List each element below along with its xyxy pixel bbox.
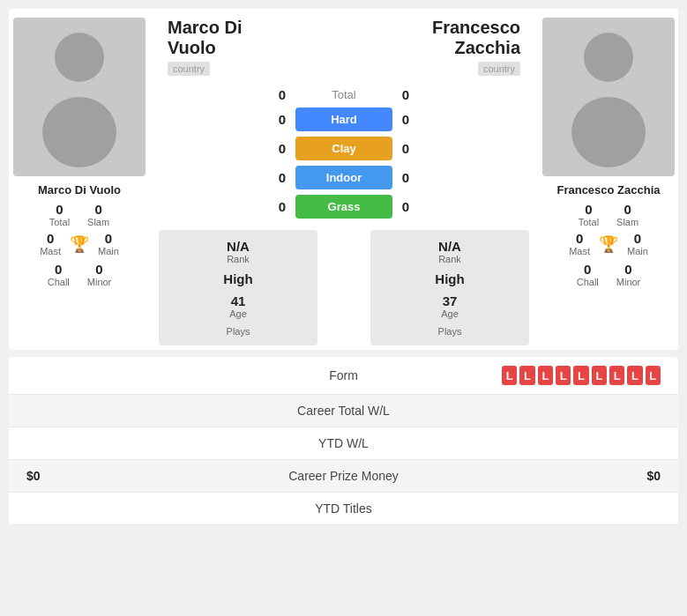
left-indoor-score: 0 <box>269 170 295 185</box>
left-mast-stat: 0 Mast <box>40 231 61 256</box>
form-badges-container: LLLLLLLLL <box>502 366 661 385</box>
right-stats-row3: 0 Chall 0 Minor <box>577 262 641 287</box>
career-prize-label: Career Prize Money <box>185 469 502 483</box>
right-header: FrancescoZacchia country <box>344 18 520 76</box>
left-trophy-row: 0 Mast 🏆 0 Main <box>40 231 119 256</box>
left-minor-value: 0 <box>95 262 102 277</box>
form-badge: L <box>519 366 534 385</box>
left-rank-value: N/A <box>227 239 250 254</box>
left-info-panel: N/A Rank High 41 Age Plays <box>159 230 317 345</box>
player-header-area: Marco DiVuolo country FrancescoZacchia c… <box>150 9 538 80</box>
left-header: Marco DiVuolo country <box>168 18 344 76</box>
left-main-label: Main <box>98 246 119 256</box>
left-age-value: 41 <box>231 293 246 308</box>
right-age-value: 37 <box>443 293 458 308</box>
right-main-value: 0 <box>634 231 641 246</box>
form-badge: L <box>502 366 517 385</box>
right-minor-value: 0 <box>624 262 631 277</box>
comparison-section: Marco Di Vuolo 0 Total 0 Slam 0 Mast 🏆 <box>9 9 678 350</box>
form-badge: L <box>592 366 607 385</box>
right-hard-score: 0 <box>392 112 419 127</box>
left-high-value: High <box>223 271 252 286</box>
career-prize-row: $0 Career Prize Money $0 <box>9 460 678 493</box>
left-minor-stat: 0 Minor <box>87 262 112 287</box>
form-row: Form LLLLLLLLL <box>9 357 678 395</box>
right-indoor-score: 0 <box>392 170 419 185</box>
form-badge: L <box>573 366 588 385</box>
right-mast-label: Mast <box>569 246 590 256</box>
ytd-wl-label: YTD W/L <box>185 436 502 450</box>
right-trophy-icon: 🏆 <box>599 234 618 254</box>
clay-button[interactable]: Clay <box>295 137 392 160</box>
right-trophy-row: 0 Mast 🏆 0 Main <box>569 231 648 256</box>
form-badge: L <box>627 366 642 385</box>
left-stats-row3: 0 Chall 0 Minor <box>48 262 112 287</box>
right-player-avatar <box>542 18 675 176</box>
left-player-avatar <box>13 18 146 176</box>
form-label: Form <box>185 368 502 382</box>
right-age-label: Age <box>441 308 459 319</box>
right-minor-label: Minor <box>616 277 641 287</box>
right-clay-score: 0 <box>392 141 419 156</box>
left-mast-label: Mast <box>40 246 61 256</box>
right-info-panel: N/A Rank High 37 Age Plays <box>370 230 529 345</box>
left-trophy-icon: 🏆 <box>70 234 89 254</box>
right-country: country <box>478 62 520 76</box>
total-surface-row: 0 Total 0 <box>150 87 538 102</box>
right-rank-item: N/A Rank <box>384 239 516 264</box>
left-slam-label: Slam <box>87 217 109 227</box>
left-chall-value: 0 <box>55 262 62 277</box>
right-total-stat: 0 Total <box>579 202 599 227</box>
form-badge: L <box>538 366 553 385</box>
left-player-card: Marco Di Vuolo 0 Total 0 Slam 0 Mast 🏆 <box>9 9 150 350</box>
total-label: Total <box>295 88 392 101</box>
indoor-button[interactable]: Indoor <box>295 166 392 189</box>
left-hard-score: 0 <box>269 112 295 127</box>
left-slam-stat: 0 Slam <box>87 202 109 227</box>
left-chall-label: Chall <box>48 277 70 287</box>
clay-surface-row: 0 Clay 0 <box>150 137 538 160</box>
right-main-label: Main <box>627 246 648 256</box>
right-slam-label: Slam <box>616 217 638 227</box>
right-slam-stat: 0 Slam <box>616 202 638 227</box>
career-prize-right: $0 <box>502 469 661 483</box>
career-wl-label: Career Total W/L <box>185 404 502 418</box>
ytd-titles-row: YTD Titles <box>9 493 678 525</box>
left-chall-stat: 0 Chall <box>48 262 70 287</box>
bottom-stats-section: Form LLLLLLLLL Career Total W/L YTD W/L … <box>9 357 678 525</box>
form-badge: L <box>646 366 661 385</box>
left-rank-label: Rank <box>227 254 250 264</box>
left-country: country <box>168 62 210 76</box>
left-high-item: High <box>172 271 304 286</box>
right-mast-stat: 0 Mast <box>569 231 590 256</box>
left-player-name: Marco Di Vuolo <box>38 183 121 197</box>
left-total-label: Total <box>49 217 70 227</box>
left-main-value: 0 <box>105 231 112 246</box>
hard-button[interactable]: Hard <box>295 108 392 131</box>
right-player-card: Francesco Zacchia 0 Total 0 Slam 0 Mast … <box>538 9 678 350</box>
ytd-titles-label: YTD Titles <box>185 501 502 516</box>
right-chall-stat: 0 Chall <box>577 262 599 287</box>
main-container: Marco Di Vuolo 0 Total 0 Slam 0 Mast 🏆 <box>0 0 687 534</box>
grass-button[interactable]: Grass <box>295 195 392 219</box>
surfaces-area: 0 Total 0 0 Hard 0 0 Clay 0 0 <box>150 80 538 226</box>
right-stats-row1: 0 Total 0 Slam <box>579 202 638 227</box>
right-total-score: 0 <box>392 87 419 102</box>
indoor-surface-row: 0 Indoor 0 <box>150 166 538 189</box>
left-grass-score: 0 <box>269 199 295 214</box>
left-main-stat: 0 Main <box>98 231 119 256</box>
left-plays-label: Plays <box>227 326 250 337</box>
right-total-value: 0 <box>585 202 592 217</box>
svg-point-3 <box>571 97 646 167</box>
middle-section: Marco DiVuolo country FrancescoZacchia c… <box>150 9 538 350</box>
right-grass-score: 0 <box>392 199 419 214</box>
career-wl-row: Career Total W/L <box>9 395 678 427</box>
left-total-value: 0 <box>56 202 63 217</box>
right-high-value: High <box>435 271 464 286</box>
career-prize-left: $0 <box>26 469 185 483</box>
left-player-title: Marco DiVuolo <box>168 18 242 58</box>
right-age-item: 37 Age <box>384 293 516 319</box>
left-clay-score: 0 <box>269 141 295 156</box>
right-chall-label: Chall <box>577 277 599 287</box>
left-stats-row1: 0 Total 0 Slam <box>49 202 109 227</box>
